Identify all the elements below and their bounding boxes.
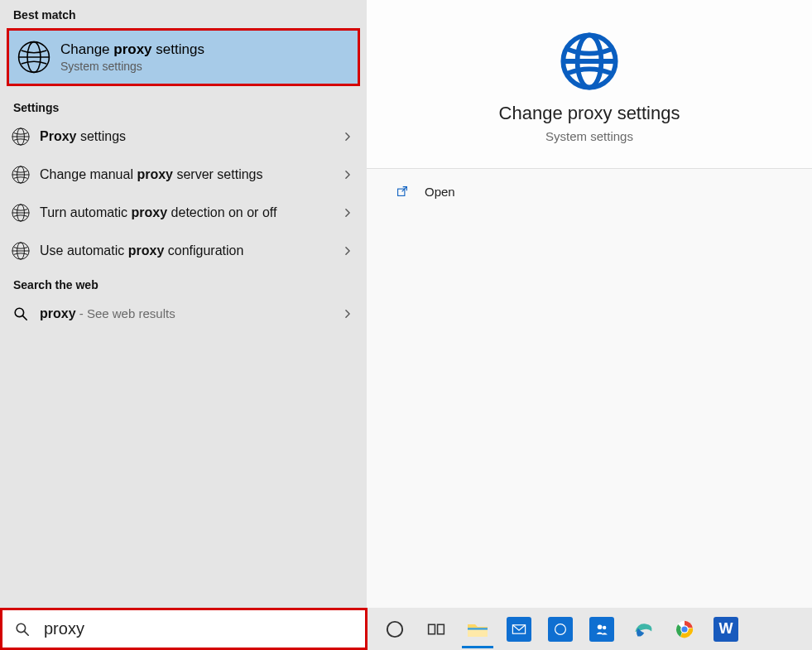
edge-icon[interactable] xyxy=(624,613,662,646)
settings-result-proxy-settings[interactable]: Proxy settings xyxy=(0,118,367,156)
globe-icon xyxy=(560,31,619,91)
taskbar-search-box[interactable] xyxy=(0,608,368,650)
start-search-panel: Best match Change proxy settings System … xyxy=(0,0,812,608)
settings-result-auto-config[interactable]: Use automatic proxy configuration xyxy=(0,232,367,270)
settings-result-auto-detection[interactable]: Turn automatic proxy detection on or off xyxy=(0,194,367,232)
web-result-proxy[interactable]: proxy - See web results xyxy=(0,295,367,333)
chevron-right-icon[interactable] xyxy=(342,131,353,142)
contacts-icon[interactable] xyxy=(583,613,621,646)
task-view-icon[interactable] xyxy=(417,613,455,646)
result-label: Proxy settings xyxy=(40,128,335,146)
chrome-icon[interactable] xyxy=(665,613,704,646)
svg-rect-12 xyxy=(438,624,444,633)
globe-icon xyxy=(12,128,30,146)
preview-open-action[interactable]: Open xyxy=(367,169,812,214)
result-label: proxy - See web results xyxy=(40,305,335,323)
preview-subtitle: System settings xyxy=(367,129,812,143)
cortana-icon[interactable] xyxy=(376,613,414,646)
settings-result-manual-proxy[interactable]: Change manual proxy server settings xyxy=(0,156,367,194)
chevron-right-icon[interactable] xyxy=(342,245,353,257)
best-match-result[interactable]: Change proxy settings System settings xyxy=(7,28,360,86)
dell-app-icon[interactable] xyxy=(541,613,579,646)
preview-title: Change proxy settings xyxy=(367,103,812,124)
svg-rect-14 xyxy=(468,628,488,629)
result-label: Use automatic proxy configuration xyxy=(40,242,335,260)
result-label: Turn automatic proxy detection on or off xyxy=(40,204,335,222)
chevron-right-icon[interactable] xyxy=(342,308,353,320)
globe-icon xyxy=(17,41,50,74)
search-input[interactable] xyxy=(42,619,357,639)
svg-point-16 xyxy=(555,624,566,634)
best-match-text: Change proxy settings System settings xyxy=(60,41,204,73)
chevron-right-icon[interactable] xyxy=(342,207,353,219)
mail-icon[interactable] xyxy=(500,613,538,646)
svg-point-18 xyxy=(603,625,606,628)
globe-icon xyxy=(12,242,30,260)
preview-pane: Change proxy settings System settings Op… xyxy=(367,0,812,608)
chevron-right-icon[interactable] xyxy=(342,169,353,181)
best-match-title: Change proxy settings xyxy=(60,41,204,58)
section-settings: Settings xyxy=(0,93,367,118)
open-label: Open xyxy=(425,185,455,199)
svg-point-10 xyxy=(387,621,402,636)
search-icon xyxy=(14,621,31,638)
taskbar: W xyxy=(368,608,812,650)
section-best-match: Best match xyxy=(0,0,367,25)
globe-icon xyxy=(12,204,30,222)
svg-point-17 xyxy=(598,624,603,629)
globe-icon xyxy=(12,166,30,184)
results-pane: Best match Change proxy settings System … xyxy=(0,0,367,608)
word-icon[interactable]: W xyxy=(707,613,745,646)
search-icon xyxy=(12,305,30,323)
svg-rect-11 xyxy=(429,624,435,633)
open-icon xyxy=(395,184,410,199)
file-explorer-icon[interactable] xyxy=(459,613,497,646)
preview-hero: Change proxy settings System settings xyxy=(367,0,812,169)
result-label: Change manual proxy server settings xyxy=(40,166,335,184)
best-match-subtitle: System settings xyxy=(60,60,204,73)
section-web: Search the web xyxy=(0,270,367,295)
